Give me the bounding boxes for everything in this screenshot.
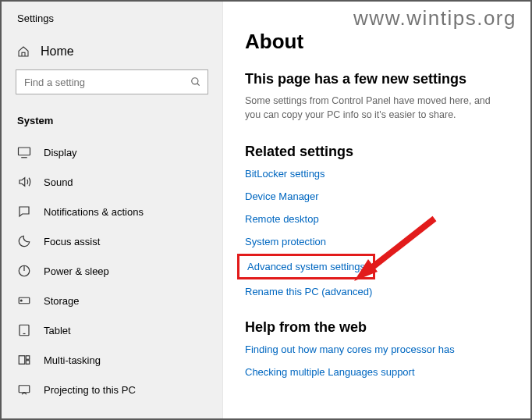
related-settings-title: Related settings — [245, 144, 509, 160]
svg-rect-11 — [26, 356, 30, 360]
search-icon — [190, 77, 201, 87]
svg-rect-10 — [19, 356, 25, 365]
link-device-manager[interactable]: Device Manager — [245, 190, 319, 202]
sidebar-item-projecting[interactable]: Projecting to this PC — [2, 375, 222, 404]
link-advanced-system-settings[interactable]: Advanced system settings — [237, 254, 375, 279]
sidebar-item-label: Sound — [44, 176, 73, 188]
link-remote-desktop[interactable]: Remote desktop — [245, 213, 319, 225]
projecting-icon — [17, 383, 31, 397]
sidebar-item-focus-assist[interactable]: Focus assist — [2, 226, 222, 256]
sidebar: Settings Home System Display — [2, 2, 223, 418]
link-rename-this-pc[interactable]: Rename this PC (advanced) — [245, 286, 372, 297]
home-icon — [17, 45, 30, 58]
link-help-cores[interactable]: Finding out how many cores my processor … — [245, 343, 455, 355]
group-header-system: System — [2, 109, 222, 137]
tablet-icon — [17, 323, 31, 337]
sidebar-item-sound[interactable]: Sound — [2, 167, 222, 197]
new-settings-text: Some settings from Control Panel have mo… — [245, 94, 509, 122]
sidebar-item-label: Multi-tasking — [44, 354, 101, 366]
display-icon — [17, 145, 31, 159]
sidebar-item-label: Notifications & actions — [44, 206, 144, 218]
sound-icon — [17, 175, 31, 189]
sidebar-item-tablet[interactable]: Tablet — [2, 315, 222, 345]
svg-point-7 — [20, 300, 22, 301]
home-button[interactable]: Home — [2, 38, 222, 69]
help-links: Finding out how many cores my processor … — [245, 343, 509, 378]
svg-point-0 — [192, 78, 198, 84]
sidebar-item-label: Storage — [44, 295, 80, 307]
sidebar-item-multitasking[interactable]: Multi-tasking — [2, 345, 222, 375]
svg-rect-12 — [26, 361, 30, 365]
multitasking-icon — [17, 353, 31, 367]
settings-app: Settings Home System Display — [2, 2, 530, 418]
new-settings-title: This page has a few new settings — [245, 71, 509, 87]
sidebar-item-label: Projecting to this PC — [44, 384, 136, 396]
related-settings-links: BitLocker settings Device Manager Remote… — [245, 168, 509, 297]
link-help-languages[interactable]: Checking multiple Languages support — [245, 366, 415, 378]
svg-line-1 — [197, 84, 200, 86]
search-box[interactable] — [16, 69, 208, 94]
help-from-web-title: Help from the web — [245, 319, 509, 336]
storage-icon — [17, 294, 31, 308]
sidebar-item-label: Power & sleep — [44, 265, 109, 277]
link-bitlocker-settings[interactable]: BitLocker settings — [245, 168, 325, 180]
sidebar-item-notifications[interactable]: Notifications & actions — [2, 197, 222, 226]
sidebar-item-label: Display — [44, 147, 77, 158]
home-label: Home — [41, 44, 74, 59]
link-system-protection[interactable]: System protection — [245, 236, 326, 247]
svg-rect-13 — [19, 386, 30, 393]
page-title: About — [245, 30, 509, 54]
search-input[interactable] — [24, 77, 190, 88]
sidebar-item-label: Focus assist — [44, 236, 100, 247]
sidebar-item-storage[interactable]: Storage — [2, 286, 222, 315]
sidebar-item-display[interactable]: Display — [2, 137, 222, 167]
content-pane: About This page has a few new settings S… — [223, 2, 530, 418]
sidebar-item-label: Tablet — [44, 325, 71, 336]
power-icon — [17, 264, 31, 278]
window-title: Settings — [2, 9, 222, 38]
svg-rect-2 — [19, 148, 30, 155]
notifications-icon — [17, 205, 31, 219]
sidebar-item-power-sleep[interactable]: Power & sleep — [2, 256, 222, 286]
focus-assist-icon — [17, 234, 31, 248]
